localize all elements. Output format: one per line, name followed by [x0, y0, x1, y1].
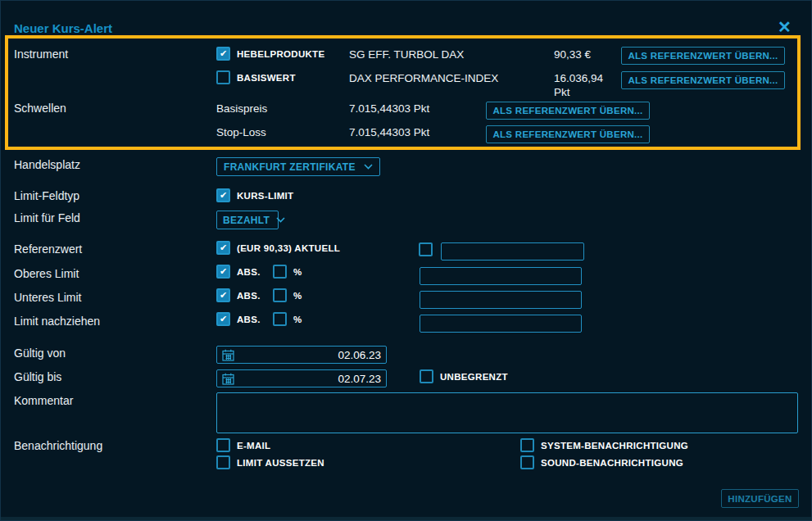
check-icon: ✔ [220, 291, 227, 300]
hebelprodukte-option: ✔ HEBELPRODUKTE [216, 47, 324, 61]
percent-label: % [293, 291, 302, 301]
system-benachrichtigung-checkbox[interactable] [520, 438, 534, 452]
kommentar-textarea[interactable] [216, 392, 798, 433]
unbegrenzt-option: UNBEGRENZT [420, 369, 508, 383]
hebelprodukte-label: HEBELPRODUKTE [237, 49, 324, 59]
instrument-price-1: 90,33 € [554, 48, 618, 61]
kurs-limit-checkbox[interactable]: ✔ [216, 188, 230, 202]
oberes-limit-label: Oberes Limit [14, 267, 79, 280]
limit-feldtyp-label: Limit-Feldtyp [14, 189, 79, 202]
check-icon: ✔ [220, 49, 227, 58]
gueltig-bis-datepicker [216, 369, 387, 387]
stop-loss-value: 7.015,44303 Pkt [349, 126, 429, 138]
referenzwert-custom-checkbox[interactable] [419, 242, 433, 256]
window-bottom-edge [1, 517, 812, 521]
sound-benachrichtigung-checkbox[interactable] [520, 455, 534, 469]
instrument-name-1: SG EFF. TURBOL DAX [349, 48, 464, 61]
unbegrenzt-label: UNBEGRENZT [440, 372, 508, 382]
percent-label: % [293, 267, 302, 277]
limit-nachziehen-abs-checkbox[interactable]: ✔ [216, 312, 230, 326]
unteres-limit-abs-label: ABS. [237, 291, 261, 301]
referenzwert-aktuell-checkbox[interactable]: ✔ [216, 241, 230, 255]
instrument-label: Instrument [14, 48, 68, 61]
basispreis-value: 7.015,44303 Pkt [349, 102, 429, 115]
check-icon: ✔ [220, 315, 227, 324]
limit-nachziehen-pct-option: % [273, 312, 302, 326]
gueltig-bis-input[interactable] [239, 373, 381, 385]
unteres-limit-input[interactable] [420, 291, 582, 309]
kurs-limit-label: KURS-LIMIT [237, 191, 293, 201]
oberes-limit-pct-checkbox[interactable] [273, 265, 287, 279]
referenzwert-aktuell-option: ✔ (EUR 90,33) AKTUELL [216, 241, 340, 255]
limit-fuer-feld-label: Limit für Feld [14, 211, 80, 224]
limit-nachziehen-label: Limit nachziehen [14, 315, 100, 328]
stop-loss-label: Stop-Loss [216, 126, 266, 138]
basiswert-label: BASISWERT [237, 73, 296, 83]
handelsplatz-label: Handelsplatz [14, 158, 80, 171]
limit-fuer-feld-selected: BEZAHLT [223, 215, 270, 226]
unteres-limit-abs-checkbox[interactable]: ✔ [216, 288, 230, 302]
oberes-limit-abs-checkbox[interactable]: ✔ [216, 265, 230, 279]
benachrichtigung-label: Benachrichtigung [14, 439, 102, 452]
basiswert-checkbox[interactable] [216, 70, 230, 84]
limit-nachziehen-abs-label: ABS. [237, 315, 261, 324]
close-icon[interactable]: ✕ [778, 19, 792, 35]
limit-nachziehen-abs-option: ✔ ABS. [216, 312, 261, 326]
dialog-title: Neuer Kurs-Alert [14, 21, 112, 35]
hebelprodukte-checkbox[interactable]: ✔ [216, 47, 230, 61]
chevron-down-icon [276, 217, 285, 223]
unbegrenzt-checkbox[interactable] [420, 369, 433, 383]
unteres-limit-label: Unteres Limit [14, 291, 81, 304]
gueltig-bis-label: Gültig bis [14, 370, 61, 383]
oberes-limit-pct-option: % [273, 265, 302, 279]
hinzufuegen-button[interactable]: HINZUFÜGEN [721, 489, 799, 508]
unteres-limit-pct-checkbox[interactable] [273, 288, 287, 302]
limit-aussetzen-checkbox[interactable] [216, 455, 230, 469]
kommentar-label: Kommentar [14, 394, 73, 407]
als-referenzwert-button-4[interactable]: ALS REFERENZWERT ÜBERN... [486, 125, 650, 143]
email-checkbox[interactable] [216, 438, 230, 452]
referenzwert-custom-input[interactable] [441, 242, 584, 260]
email-option: E-MAIL [216, 438, 270, 452]
referenzwert-label: Referenzwert [14, 242, 82, 256]
calendar-icon[interactable] [222, 373, 234, 385]
referenzwert-aktuell-label: (EUR 90,33) AKTUELL [237, 243, 340, 253]
instrument-price-2: 16.036,94 Pkt [554, 72, 618, 100]
oberes-limit-abs-label: ABS. [237, 267, 261, 277]
handelsplatz-dropdown[interactable]: FRANKFURT ZERTIFIKATE (... [216, 157, 380, 176]
als-referenzwert-button-3[interactable]: ALS REFERENZWERT ÜBERN... [486, 102, 650, 120]
instrument-name-2: DAX PERFORMANCE-INDEX [349, 72, 498, 84]
chevron-down-icon [364, 164, 373, 170]
limit-nachziehen-pct-checkbox[interactable] [273, 312, 287, 326]
kurs-alert-dialog: Neuer Kurs-Alert ✕ Instrument ✔ HEBELPRO… [0, 0, 812, 521]
check-icon: ✔ [220, 191, 227, 200]
oberes-limit-input[interactable] [420, 267, 582, 285]
unteres-limit-pct-option: % [273, 288, 302, 302]
limit-fuer-feld-dropdown[interactable]: BEZAHLT [216, 211, 279, 229]
calendar-icon[interactable] [222, 349, 234, 361]
gueltig-von-datepicker [216, 346, 387, 364]
als-referenzwert-button-1[interactable]: ALS REFERENZWERT ÜBERN... [621, 47, 785, 65]
gueltig-von-input[interactable] [239, 349, 381, 361]
schwellen-label: Schwellen [14, 102, 66, 115]
basiswert-option: BASISWERT [216, 70, 296, 84]
sound-benachrichtigung-label: SOUND-BENACHRICHTIGUNG [541, 458, 683, 468]
percent-label: % [293, 315, 302, 324]
check-icon: ✔ [220, 267, 227, 276]
limit-nachziehen-input[interactable] [420, 315, 582, 333]
oberes-limit-abs-option: ✔ ABS. [216, 265, 261, 279]
limit-aussetzen-label: LIMIT AUSSETZEN [237, 458, 324, 468]
basispreis-label: Basispreis [216, 102, 267, 115]
handelsplatz-selected: FRANKFURT ZERTIFIKATE (... [224, 161, 357, 173]
unteres-limit-abs-option: ✔ ABS. [216, 288, 261, 302]
email-label: E-MAIL [237, 441, 270, 451]
gueltig-von-label: Gültig von [14, 347, 66, 360]
sound-benachrichtigung-option: SOUND-BENACHRICHTIGUNG [520, 455, 683, 469]
system-benachrichtigung-option: SYSTEM-BENACHRICHTIGUNG [520, 438, 688, 452]
system-benachrichtigung-label: SYSTEM-BENACHRICHTIGUNG [541, 441, 688, 451]
kurs-limit-option: ✔ KURS-LIMIT [216, 188, 293, 202]
limit-aussetzen-option: LIMIT AUSSETZEN [216, 455, 324, 469]
check-icon: ✔ [220, 243, 227, 252]
als-referenzwert-button-2[interactable]: ALS REFERENZWERT ÜBERN... [621, 71, 785, 89]
